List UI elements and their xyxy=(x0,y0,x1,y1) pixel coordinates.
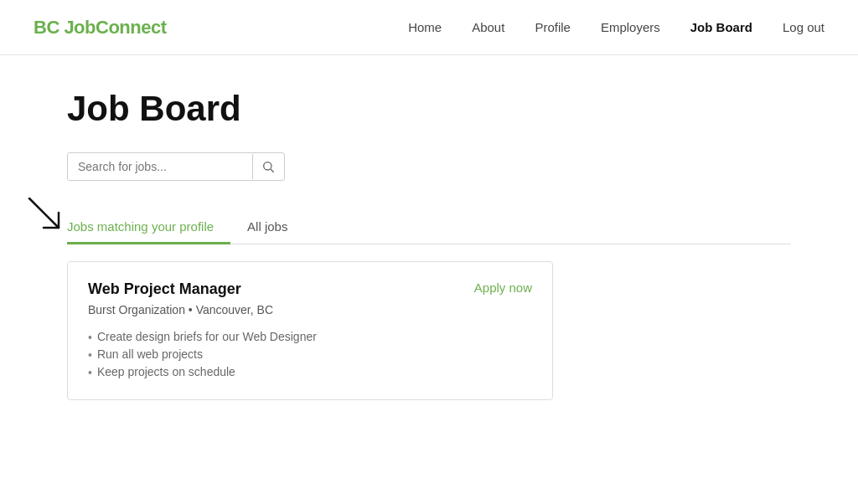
nav-home[interactable]: Home xyxy=(408,20,442,34)
svg-point-0 xyxy=(264,162,271,170)
navigation: BC JobConnect Home About Profile Employe… xyxy=(0,0,858,55)
page-title: Job Board xyxy=(67,89,791,129)
main-content: Job Board Jobs matching your profile All… xyxy=(0,55,858,434)
apply-now-link[interactable]: Apply now xyxy=(474,280,532,295)
job-card-header: Web Project Manager Apply now xyxy=(88,280,532,298)
nav-employers[interactable]: Employers xyxy=(601,20,660,34)
job-card: Web Project Manager Apply now Burst Orga… xyxy=(67,261,553,400)
arrow-container xyxy=(25,194,67,239)
search-bar xyxy=(67,152,285,181)
svg-line-1 xyxy=(271,169,274,172)
search-button[interactable] xyxy=(252,154,283,179)
search-input[interactable] xyxy=(68,153,252,180)
job-bullets: Create design briefs for our Web Designe… xyxy=(88,328,532,381)
job-bullet-1: Create design briefs for our Web Designe… xyxy=(88,328,532,346)
tabs: Jobs matching your profile All jobs xyxy=(67,211,791,244)
job-company: Burst Organization • Vancouver, BC xyxy=(88,303,532,316)
tab-all-jobs[interactable]: All jobs xyxy=(247,211,304,244)
job-bullet-3: Keep projects on schedule xyxy=(88,363,532,381)
arrow-hint-container: Jobs matching your profile All jobs xyxy=(67,211,791,244)
arrow-icon xyxy=(25,194,67,236)
tabs-container: Jobs matching your profile All jobs xyxy=(67,211,791,244)
nav-about[interactable]: About xyxy=(472,20,504,34)
tab-matching-profile[interactable]: Jobs matching your profile xyxy=(67,211,230,244)
nav-job-board[interactable]: Job Board xyxy=(690,20,752,34)
nav-links: Home About Profile Employers Job Board L… xyxy=(408,20,824,35)
job-title: Web Project Manager xyxy=(88,280,241,298)
nav-log-out[interactable]: Log out xyxy=(783,20,824,34)
brand-logo[interactable]: BC JobConnect xyxy=(34,17,167,39)
nav-profile[interactable]: Profile xyxy=(535,20,571,34)
svg-line-2 xyxy=(29,198,59,228)
job-bullet-2: Run all web projects xyxy=(88,346,532,363)
jobs-list: Web Project Manager Apply now Burst Orga… xyxy=(67,244,791,400)
search-icon xyxy=(261,160,275,173)
